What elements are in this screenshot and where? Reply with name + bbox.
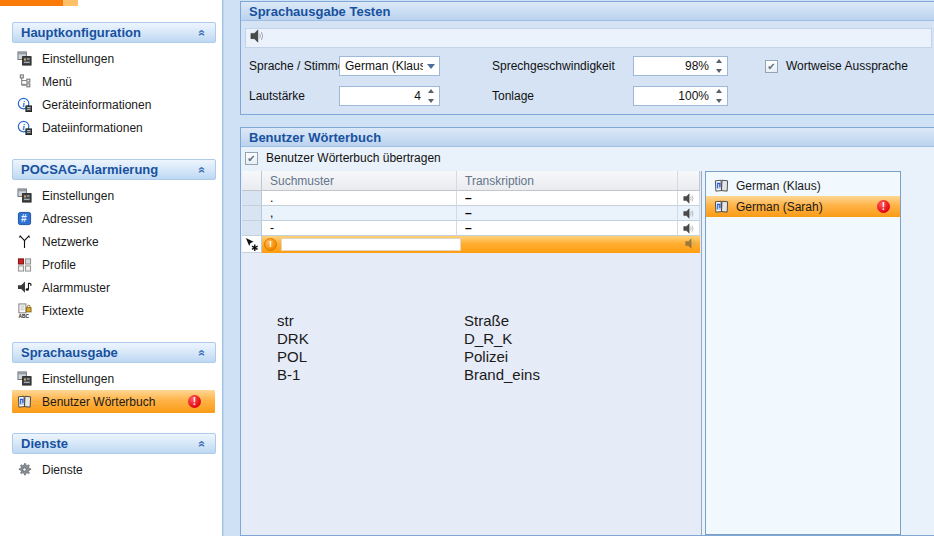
- new-row-band[interactable]: !: [262, 236, 700, 253]
- sidebar-section-title: Sprachausgabe: [21, 345, 118, 360]
- voice-label: German (Sarah): [736, 200, 823, 214]
- speaker-note-icon: [16, 280, 32, 296]
- sidebar-item-ger-teinformationen[interactable]: i Geräteinformationen: [0, 93, 216, 116]
- sidebar-item-dateiinformationen[interactable]: i Dateiinformationen: [0, 116, 216, 139]
- volume-spinner[interactable]: 4: [339, 86, 440, 106]
- gear-icon: [16, 462, 32, 478]
- cell-suchmuster[interactable]: -: [262, 221, 457, 236]
- sidebar-section: Dienste » Dienste: [0, 433, 222, 481]
- sidebar-item-benutzer-w-rterbuch[interactable]: L Benutzer Wörterbuch !: [12, 390, 215, 413]
- example-transcription: Polizei: [464, 348, 508, 366]
- sidebar-section: POCSAG-Alarmierung » Einstellungen # Adr…: [0, 159, 222, 322]
- wordwise-checkbox[interactable]: [765, 60, 778, 73]
- play-row-button[interactable]: [678, 221, 700, 236]
- sidebar-item-profile[interactable]: Profile: [0, 253, 216, 276]
- cell-transkription[interactable]: –: [457, 191, 678, 206]
- table-row[interactable]: . –: [242, 191, 700, 206]
- sidebar-item-label: Adressen: [42, 212, 93, 226]
- voice-list-item[interactable]: L German (Sarah) !: [706, 196, 900, 217]
- spinner-arrows-icon[interactable]: [426, 89, 436, 103]
- row-selector[interactable]: [242, 206, 262, 221]
- sidebar-item-einstellungen[interactable]: Einstellungen: [0, 367, 216, 390]
- example-transcription: Straße: [464, 312, 509, 330]
- play-row-button[interactable]: [678, 191, 700, 206]
- main-area: Sprachausgabe Testen Sprache / Stimme Ge…: [223, 0, 934, 536]
- collapse-chevron-icon[interactable]: »: [195, 440, 209, 447]
- sidebar-section-header[interactable]: Dienste »: [12, 433, 216, 454]
- language-voice-dropdown[interactable]: German (Klaus: [339, 56, 440, 76]
- svg-text:#: #: [20, 213, 26, 224]
- sidebar-section: Hauptkonfiguration » Einstellungen Menü …: [0, 22, 222, 139]
- transfer-dictionary-checkbox[interactable]: [245, 152, 258, 165]
- chevron-down-icon[interactable]: [423, 64, 439, 69]
- sidebar-item-dienste[interactable]: Dienste: [0, 458, 216, 481]
- pitch-spinner[interactable]: 100%: [633, 86, 728, 106]
- dictionary-icon: L: [714, 178, 729, 193]
- settings-icon: [16, 188, 32, 204]
- play-row-button[interactable]: [678, 206, 700, 221]
- row-selector[interactable]: [242, 191, 262, 206]
- row-selector-header: [242, 171, 262, 191]
- cell-transkription[interactable]: –: [457, 206, 678, 221]
- sidebar-item-alarmmuster[interactable]: Alarmmuster: [0, 276, 216, 299]
- volume-value: 4: [414, 89, 421, 103]
- row-selector[interactable]: [242, 221, 262, 236]
- sidebar-item-adressen[interactable]: # Adressen: [0, 207, 216, 230]
- table-new-row[interactable]: !: [242, 236, 700, 253]
- profiles-icon: [16, 257, 32, 273]
- column-header-speaker: [678, 171, 700, 191]
- sidebar-section-header[interactable]: POCSAG-Alarmierung »: [12, 159, 216, 180]
- sidebar-item-netzwerke[interactable]: Netzwerke: [0, 230, 216, 253]
- sidebar-section-header[interactable]: Hauptkonfiguration »: [12, 22, 216, 43]
- collapse-chevron-icon[interactable]: »: [195, 29, 209, 36]
- column-header-suchmuster[interactable]: Suchmuster: [262, 171, 457, 191]
- speech-test-title: Sprachausgabe Testen: [249, 4, 390, 19]
- speed-label: Sprechgeschwindigkeit: [492, 56, 615, 76]
- voice-list: L German (Klaus) L German (Sarah) !: [705, 171, 901, 535]
- spinner-arrows-icon[interactable]: [714, 59, 724, 73]
- menu-tree-icon: [16, 74, 32, 90]
- play-row-button[interactable]: [685, 238, 696, 252]
- speed-value: 98%: [685, 59, 709, 73]
- volume-label: Lautstärke: [249, 86, 305, 106]
- example-row: POL Polizei: [277, 348, 540, 366]
- navigation-sidebar: Hauptkonfiguration » Einstellungen Menü …: [0, 0, 223, 536]
- spinner-arrows-icon[interactable]: [714, 89, 724, 103]
- cell-suchmuster[interactable]: .: [262, 191, 457, 206]
- voice-list-item[interactable]: L German (Klaus): [706, 175, 900, 196]
- sidebar-item-label: Menü: [42, 75, 72, 89]
- speed-spinner[interactable]: 98%: [633, 56, 728, 76]
- dictionary-icon: L: [714, 199, 729, 214]
- sidebar-section-header[interactable]: Sprachausgabe »: [12, 342, 216, 363]
- example-transcription: Brand_eins: [464, 366, 540, 384]
- table-row[interactable]: , –: [242, 206, 700, 221]
- sidebar-item-einstellungen[interactable]: Einstellungen: [0, 184, 216, 207]
- sidebar-item-label: Einstellungen: [42, 372, 114, 386]
- speak-test-field[interactable]: [245, 28, 932, 48]
- voice-label: German (Klaus): [736, 179, 821, 193]
- collapse-chevron-icon[interactable]: »: [195, 349, 209, 356]
- sidebar-section-title: POCSAG-Alarmierung: [21, 162, 158, 177]
- settings-icon: [16, 371, 32, 387]
- speaker-icon[interactable]: [250, 29, 264, 47]
- collapse-chevron-icon[interactable]: »: [195, 166, 209, 173]
- sidebar-item-men-[interactable]: Menü: [0, 70, 216, 93]
- cell-transkription[interactable]: –: [457, 221, 678, 236]
- alert-badge-icon: !: [877, 200, 890, 213]
- table-row[interactable]: - –: [242, 221, 700, 236]
- addresses-icon: #: [16, 211, 32, 227]
- example-pattern: B-1: [277, 366, 464, 384]
- example-row: B-1 Brand_eins: [277, 366, 540, 384]
- sidebar-item-label: Profile: [42, 258, 76, 272]
- speech-test-panel: Sprachausgabe Testen Sprache / Stimme Ge…: [240, 1, 934, 115]
- sidebar-item-einstellungen[interactable]: Einstellungen: [0, 47, 216, 70]
- cell-suchmuster[interactable]: ,: [262, 206, 457, 221]
- speech-test-panel-header: Sprachausgabe Testen: [241, 2, 934, 21]
- pitch-value: 100%: [678, 89, 709, 103]
- fixtext-icon: ABC: [16, 303, 32, 319]
- column-header-transkription[interactable]: Transkription: [457, 171, 678, 191]
- new-row-input[interactable]: [281, 238, 461, 251]
- sidebar-item-label: Dienste: [42, 463, 83, 477]
- sidebar-section-title: Hauptkonfiguration: [21, 25, 141, 40]
- sidebar-item-fixtexte[interactable]: ABC Fixtexte: [0, 299, 216, 322]
